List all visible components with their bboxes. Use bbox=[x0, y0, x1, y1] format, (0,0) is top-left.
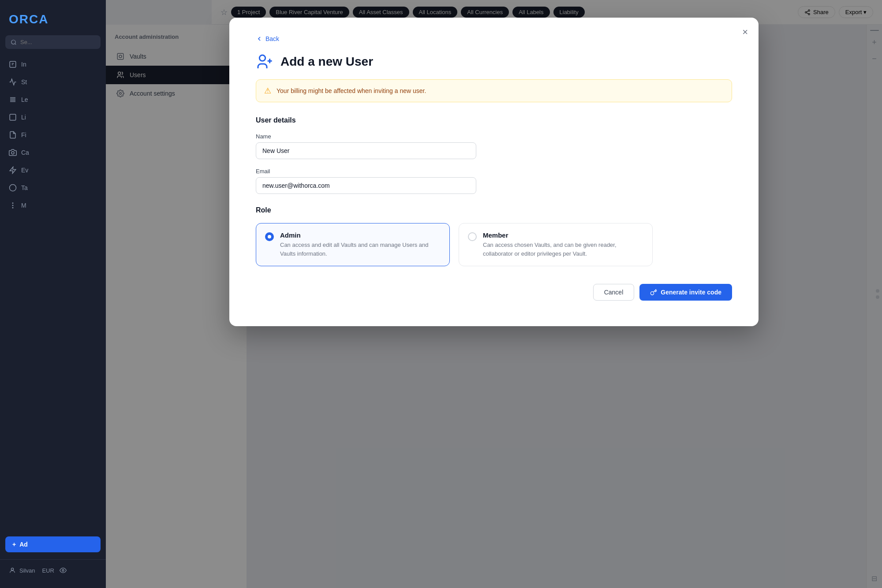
svg-point-11 bbox=[62, 569, 64, 571]
member-role-content: Member Can access chosen Vaults, and can… bbox=[483, 231, 643, 258]
sidebar-nav: In St Le Li Fi Ca bbox=[0, 56, 106, 536]
modal-overlay: × Back Add a new User bbox=[106, 0, 882, 588]
email-input[interactable] bbox=[256, 177, 476, 194]
email-label: Email bbox=[256, 168, 732, 175]
modal-close-button[interactable]: × bbox=[742, 26, 748, 38]
svg-marker-5 bbox=[10, 167, 16, 174]
svg-point-10 bbox=[11, 568, 13, 570]
nav-item-tasks[interactable]: Ta bbox=[4, 179, 102, 196]
generate-invite-button[interactable]: Generate invite code bbox=[639, 284, 732, 301]
member-radio[interactable] bbox=[468, 232, 477, 241]
nav-item-investments[interactable]: In bbox=[4, 56, 102, 73]
key-icon bbox=[650, 289, 657, 296]
sidebar-bottom: Silvan EUR bbox=[0, 559, 106, 581]
search-icon bbox=[11, 39, 17, 45]
add-user-icon bbox=[256, 53, 273, 71]
role-card-member[interactable]: Member Can access chosen Vaults, and can… bbox=[459, 223, 653, 266]
list-icon bbox=[9, 113, 17, 121]
name-field-group: Name bbox=[256, 133, 732, 159]
name-input[interactable] bbox=[256, 142, 476, 159]
stats-icon bbox=[9, 78, 17, 86]
user-details-section: User details Name Email bbox=[256, 116, 732, 194]
svg-point-24 bbox=[651, 292, 654, 295]
eye-icon bbox=[60, 567, 67, 574]
modal-footer: Cancel Generate invite code bbox=[256, 284, 732, 301]
modal-back-button[interactable]: Back bbox=[256, 35, 732, 42]
modal-header: Add a new User bbox=[256, 53, 732, 71]
nav-item-more[interactable]: M bbox=[4, 197, 102, 214]
role-cards: Admin Can access and edit all Vaults and… bbox=[256, 223, 732, 266]
nav-item-events[interactable]: Ev bbox=[4, 162, 102, 179]
admin-role-desc: Can access and edit all Vaults and can m… bbox=[280, 241, 441, 258]
member-role-name: Member bbox=[483, 231, 643, 239]
name-label: Name bbox=[256, 133, 732, 140]
more-icon bbox=[9, 201, 17, 209]
svg-point-9 bbox=[12, 208, 13, 208]
svg-point-6 bbox=[10, 185, 16, 191]
events-icon bbox=[9, 166, 17, 174]
billing-notice: ⚠ Your billing might be affected when in… bbox=[256, 79, 732, 102]
add-button[interactable]: + Ad bbox=[5, 536, 101, 552]
user-icon bbox=[9, 567, 16, 574]
svg-point-4 bbox=[11, 152, 14, 154]
plus-icon: + bbox=[12, 541, 16, 548]
svg-point-21 bbox=[259, 55, 265, 61]
user-details-title: User details bbox=[256, 116, 732, 124]
admin-radio[interactable] bbox=[265, 232, 274, 241]
svg-point-7 bbox=[12, 203, 13, 204]
investments-icon bbox=[9, 60, 17, 68]
nav-item-stats[interactable]: St bbox=[4, 74, 102, 90]
bottom-currency: EUR bbox=[42, 567, 54, 574]
tasks-icon bbox=[9, 184, 17, 192]
member-role-desc: Can access chosen Vaults, and can be giv… bbox=[483, 241, 643, 258]
svg-point-8 bbox=[12, 205, 13, 206]
ledger-icon bbox=[9, 96, 17, 104]
search-bar[interactable] bbox=[5, 35, 101, 49]
svg-line-1 bbox=[15, 43, 16, 45]
search-input[interactable] bbox=[20, 39, 94, 45]
logo-area: ORCA bbox=[0, 7, 106, 35]
svg-point-0 bbox=[11, 40, 15, 44]
role-section: Role Admin Can access and edit all Vault… bbox=[256, 206, 732, 266]
admin-role-content: Admin Can access and edit all Vaults and… bbox=[280, 231, 441, 258]
nav-item-camera[interactable]: Ca bbox=[4, 144, 102, 161]
files-icon bbox=[9, 131, 17, 139]
role-card-admin[interactable]: Admin Can access and edit all Vaults and… bbox=[256, 223, 450, 266]
camera-icon bbox=[9, 149, 17, 156]
email-field-group: Email bbox=[256, 168, 732, 194]
sidebar: ORCA In St Le Li bbox=[0, 0, 106, 588]
nav-item-ledger[interactable]: Le bbox=[4, 91, 102, 108]
svg-rect-3 bbox=[10, 114, 16, 120]
warning-icon: ⚠ bbox=[264, 86, 271, 96]
app-logo: ORCA bbox=[9, 12, 97, 26]
admin-role-name: Admin bbox=[280, 231, 441, 239]
nav-item-list[interactable]: Li bbox=[4, 109, 102, 126]
cancel-button[interactable]: Cancel bbox=[593, 284, 635, 301]
chevron-left-icon bbox=[256, 35, 263, 42]
role-section-title: Role bbox=[256, 206, 732, 214]
nav-item-files[interactable]: Fi bbox=[4, 127, 102, 143]
bottom-username: Silvan bbox=[19, 567, 35, 574]
modal-title: Add a new User bbox=[280, 55, 373, 69]
add-user-modal: × Back Add a new User bbox=[229, 18, 759, 326]
